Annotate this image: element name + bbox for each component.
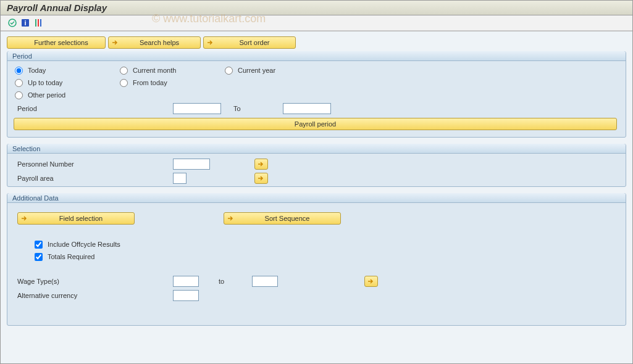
wage-types-helper-button[interactable] — [364, 276, 378, 287]
include-offcycle-checkbox[interactable] — [35, 241, 43, 249]
period-legend: Period — [7, 51, 626, 61]
search-helps-button[interactable]: Search helps — [108, 36, 201, 49]
radio-up-to-today-input[interactable] — [15, 79, 23, 87]
search-helps-label: Search helps — [140, 39, 179, 46]
sort-order-button[interactable]: Sort order — [203, 36, 296, 49]
additional-data-group: Additional Data Field selection Sort Seq… — [7, 193, 626, 326]
app-toolbar: i © www.tutorialkart.com — [1, 15, 632, 31]
personnel-number-label: Personnel Number — [14, 160, 173, 168]
wage-types-label: Wage Type(s) — [14, 278, 173, 285]
sort-sequence-label: Sort Sequence — [265, 215, 310, 222]
page-title: Payroll Annual Display — [1, 1, 632, 15]
include-offcycle-row[interactable]: Include Offcycle Results — [14, 238, 619, 250]
sort-order-label: Sort order — [240, 39, 270, 46]
selection-legend: Selection — [7, 144, 626, 154]
arrow-right-icon — [367, 278, 375, 285]
main-pane: Further selections Search helps Sort ord… — [1, 31, 632, 364]
payroll-area-label: Payroll area — [14, 175, 173, 182]
top-button-row: Further selections Search helps Sort ord… — [7, 36, 626, 49]
payroll-area-helper-button[interactable] — [254, 173, 268, 184]
radio-current-month[interactable]: Current month — [119, 67, 224, 75]
radio-current-year-input[interactable] — [225, 67, 233, 75]
svg-rect-3 — [35, 19, 36, 27]
include-offcycle-label: Include Offcycle Results — [48, 241, 120, 248]
arrow-right-icon — [227, 215, 235, 222]
radio-current-year-label: Current year — [238, 67, 275, 74]
arrow-right-icon — [20, 215, 29, 222]
info-icon[interactable]: i — [20, 17, 31, 28]
radio-from-today-label: From today — [133, 79, 167, 86]
radio-current-year[interactable]: Current year — [224, 67, 329, 75]
selection-group: Selection Personnel Number Payroll area — [7, 144, 626, 187]
period-group: Period Today Current month Current year — [7, 51, 626, 138]
period-from-input[interactable] — [173, 103, 221, 114]
wage-types-from-input[interactable] — [173, 276, 199, 287]
radio-other-period[interactable]: Other period — [14, 91, 119, 99]
radio-other-period-label: Other period — [28, 91, 65, 99]
period-to-label: To — [221, 105, 283, 112]
sort-sequence-button[interactable]: Sort Sequence — [224, 212, 341, 225]
further-selections-label: Further selections — [34, 39, 88, 46]
personnel-number-input[interactable] — [173, 159, 210, 170]
radio-from-today-input[interactable] — [120, 79, 128, 87]
personnel-number-helper-button[interactable] — [254, 159, 268, 170]
arrow-right-icon — [206, 39, 215, 46]
period-to-input[interactable] — [283, 103, 331, 114]
arrow-right-icon — [257, 160, 266, 168]
payroll-period-button[interactable]: Payroll period — [14, 118, 617, 130]
radio-from-today[interactable]: From today — [119, 79, 224, 87]
wage-types-to-label: to — [199, 278, 252, 285]
payroll-period-label: Payroll period — [295, 120, 336, 128]
radio-today[interactable]: Today — [14, 67, 119, 75]
further-selections-button[interactable]: Further selections — [7, 36, 106, 49]
totals-required-row[interactable]: Totals Required — [14, 250, 619, 263]
svg-rect-4 — [38, 19, 39, 27]
wage-types-to-input[interactable] — [252, 276, 278, 287]
svg-text:i: i — [24, 19, 26, 27]
arrow-right-icon — [111, 39, 120, 46]
alt-currency-input[interactable] — [173, 290, 199, 301]
radio-up-to-today-label: Up to today — [28, 79, 62, 86]
radio-today-input[interactable] — [15, 67, 23, 75]
radio-other-period-input[interactable] — [15, 91, 23, 99]
radio-current-month-label: Current month — [133, 67, 176, 74]
period-field-label: Period — [14, 105, 173, 112]
execute-icon[interactable] — [7, 17, 18, 28]
additional-data-legend: Additional Data — [7, 193, 626, 203]
payroll-area-input[interactable] — [173, 173, 187, 184]
radio-current-month-input[interactable] — [120, 67, 128, 75]
field-selection-label: Field selection — [59, 215, 103, 222]
field-selection-button[interactable]: Field selection — [17, 212, 135, 225]
radio-today-label: Today — [28, 67, 46, 74]
radio-up-to-today[interactable]: Up to today — [14, 79, 119, 87]
alt-currency-label: Alternative currency — [14, 292, 173, 299]
svg-rect-5 — [40, 19, 41, 27]
totals-required-checkbox[interactable] — [35, 253, 43, 261]
totals-required-label: Totals Required — [48, 253, 94, 260]
arrow-right-icon — [257, 175, 266, 182]
variant-icon[interactable] — [33, 17, 44, 28]
